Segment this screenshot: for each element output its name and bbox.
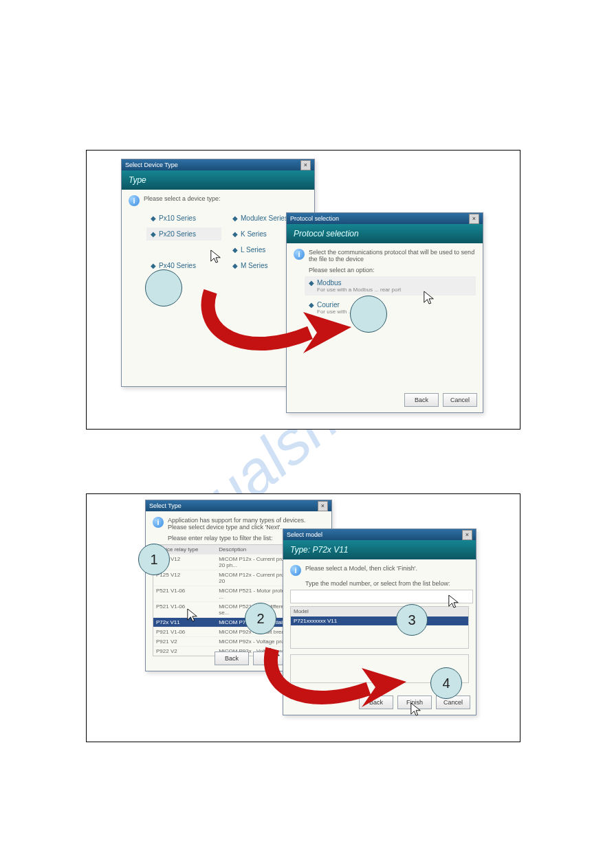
titlebar-text: Select model bbox=[287, 529, 322, 540]
option-sub: For use with ... bbox=[317, 309, 353, 315]
close-icon[interactable]: × bbox=[318, 501, 328, 511]
titlebar: Protocol selection × bbox=[287, 213, 483, 224]
model-list[interactable]: Model P721xxxxxxx V11 bbox=[290, 606, 469, 649]
info-icon: i bbox=[153, 517, 164, 528]
option-label: Modbus bbox=[317, 279, 342, 287]
close-icon[interactable]: × bbox=[462, 530, 472, 540]
close-icon[interactable]: × bbox=[300, 160, 311, 170]
option-label: Px40 Series bbox=[159, 262, 196, 269]
close-icon[interactable]: × bbox=[469, 214, 479, 224]
option-sub: For use with a Modbus ... rear port bbox=[317, 287, 401, 293]
option-px10[interactable]: ◆Px10 Series bbox=[146, 212, 221, 225]
subprompt-text: Please select an option: bbox=[309, 267, 476, 274]
banner-title: Protocol selection bbox=[287, 224, 483, 243]
figure-2: Select Type × i Application has support … bbox=[86, 493, 520, 742]
callout-circle bbox=[350, 296, 387, 333]
protocol-selection-dialog: Protocol selection × Protocol selection … bbox=[286, 212, 483, 413]
prompt-text: Please select a device type: bbox=[144, 195, 221, 206]
subprompt-text: Type the model number, or select from th… bbox=[305, 580, 469, 587]
back-button[interactable]: Back bbox=[215, 652, 249, 665]
option-label: Px20 Series bbox=[159, 230, 196, 238]
option-courier[interactable]: ◆ Courier For use with ... bbox=[305, 298, 476, 318]
titlebar: Select model × bbox=[283, 529, 476, 540]
back-button[interactable]: Back bbox=[404, 393, 439, 407]
prompt-text: Select the communications protocol that … bbox=[309, 249, 476, 263]
col-model: Model bbox=[291, 607, 468, 616]
banner-title: Type bbox=[122, 170, 314, 190]
option-modbus[interactable]: ◆ Modbus For use with a Modbus ... rear … bbox=[305, 276, 476, 296]
info-icon: i bbox=[290, 565, 301, 576]
titlebar-text: Select Device Type bbox=[125, 159, 178, 170]
finish-button[interactable]: Finish bbox=[397, 695, 432, 709]
figure-1: Select Device Type × Type i Please selec… bbox=[86, 150, 520, 430]
titlebar: Select Type × bbox=[146, 500, 331, 511]
option-label: Courier bbox=[317, 301, 340, 309]
info-icon: i bbox=[294, 249, 305, 260]
option-label: Modulex Series bbox=[241, 214, 288, 222]
step-3-circle: 3 bbox=[396, 604, 428, 636]
titlebar: Select Device Type × bbox=[122, 159, 314, 170]
titlebar-text: Select Type bbox=[149, 500, 182, 511]
option-label: K Series bbox=[241, 230, 267, 238]
step-2-circle: 2 bbox=[245, 603, 276, 634]
prompt-text: Please select a Model, then click 'Finis… bbox=[305, 565, 417, 576]
titlebar-text: Protocol selection bbox=[290, 213, 339, 224]
cancel-button[interactable]: Cancel bbox=[443, 393, 477, 407]
back-button[interactable]: Back bbox=[359, 695, 393, 709]
info-icon: i bbox=[129, 195, 140, 206]
option-label: L Series bbox=[241, 246, 265, 254]
banner-title: Type: P72x V11 bbox=[283, 540, 476, 559]
step-1-circle: 1 bbox=[138, 544, 170, 575]
option-label: Px10 Series bbox=[159, 214, 196, 222]
step-4-circle: 4 bbox=[430, 667, 462, 699]
table-row-selected[interactable]: P721xxxxxxx V11 bbox=[291, 616, 468, 625]
model-input[interactable] bbox=[290, 590, 473, 603]
option-label: M Series bbox=[241, 262, 267, 269]
callout-circle bbox=[145, 269, 182, 307]
option-px20[interactable]: ◆Px20 Series bbox=[146, 227, 221, 241]
